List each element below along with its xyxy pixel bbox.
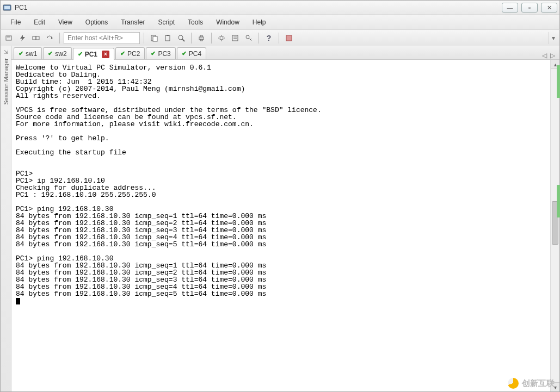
gear-icon[interactable]: [216, 32, 227, 44]
separator: [259, 33, 259, 43]
titlebar: PC1 — ▫ ✕: [0, 0, 560, 15]
menu-view[interactable]: View: [53, 17, 78, 28]
menu-help[interactable]: Help: [247, 17, 272, 28]
cursor: [16, 298, 20, 304]
properties-icon[interactable]: [229, 32, 241, 44]
help-icon[interactable]: ?: [263, 32, 275, 44]
tab-pc4[interactable]: ✔PC4: [177, 47, 206, 59]
find-icon[interactable]: [175, 32, 187, 44]
svg-line-31: [250, 39, 251, 40]
tab-label: PC4: [189, 50, 201, 58]
tabs-scroll-right[interactable]: ▷: [550, 52, 555, 59]
main-column: ✔sw1✔sw2✔PC1×✔PC2✔PC3✔PC4 ◁ ▷ Welcome to…: [11, 46, 559, 391]
svg-line-13: [182, 39, 184, 41]
svg-marker-7: [51, 37, 53, 39]
session-manager-label: Session Manager: [3, 58, 9, 105]
tabs-scroll-left[interactable]: ◁: [542, 52, 547, 59]
svg-rect-15: [200, 35, 202, 37]
reconnect-icon[interactable]: [30, 32, 42, 44]
check-icon: ✔: [182, 50, 187, 57]
key-icon[interactable]: [243, 32, 255, 44]
app-icon: [3, 3, 11, 12]
separator: [211, 33, 212, 43]
toolbar-overflow[interactable]: ▾: [549, 32, 557, 44]
terminal[interactable]: Welcome to Virtual PC Simulator, version…: [11, 60, 550, 391]
terminal-wrap: Welcome to Virtual PC Simulator, version…: [11, 60, 559, 391]
paste-icon[interactable]: [162, 32, 174, 44]
menu-window[interactable]: Window: [211, 17, 245, 28]
svg-line-23: [223, 40, 224, 40]
maximize-button[interactable]: ▫: [521, 3, 538, 13]
tab-label: sw2: [55, 50, 66, 58]
tab-label: sw1: [26, 50, 37, 58]
tab-label: PC1: [85, 51, 97, 58]
client-area: ⇲ Session Manager ✔sw1✔sw2✔PC1×✔PC2✔PC3✔…: [0, 46, 560, 392]
check-icon: ✔: [48, 50, 53, 57]
tab-label: PC2: [127, 50, 140, 58]
side-marker: [557, 65, 560, 98]
svg-marker-4: [20, 35, 25, 41]
tabs-nav: ◁ ▷: [542, 52, 557, 59]
disconnect-icon[interactable]: [44, 32, 56, 44]
tab-close-icon[interactable]: ×: [102, 51, 109, 58]
check-icon: ✔: [151, 50, 156, 57]
menu-file[interactable]: File: [5, 17, 26, 28]
svg-rect-5: [33, 36, 36, 40]
connect-icon[interactable]: [3, 32, 15, 44]
tab-pc3[interactable]: ✔PC3: [146, 47, 175, 59]
svg-rect-10: [165, 35, 170, 41]
close-window-button[interactable]: ✕: [541, 3, 557, 13]
svg-rect-1: [4, 6, 10, 9]
check-icon: ✔: [120, 50, 125, 57]
menu-transfer[interactable]: Transfer: [115, 17, 150, 28]
check-icon: ✔: [19, 50, 23, 57]
svg-rect-11: [167, 35, 169, 36]
svg-rect-2: [6, 36, 11, 40]
toolbar: ? ▾: [0, 29, 560, 46]
watermark-text: 创新互联: [522, 378, 555, 389]
menu-tools[interactable]: Tools: [182, 17, 208, 28]
svg-point-12: [179, 35, 183, 40]
separator: [144, 33, 144, 43]
tab-pc2[interactable]: ✔PC2: [115, 47, 145, 59]
extra-icon[interactable]: [283, 32, 295, 44]
copy-icon[interactable]: [148, 32, 160, 44]
separator: [279, 33, 279, 43]
tab-label: PC3: [158, 50, 170, 58]
vertical-scrollbar[interactable]: ▴ ▾: [550, 60, 559, 391]
print-icon[interactable]: [195, 32, 207, 44]
watermark: 创新互联: [508, 378, 555, 389]
side-marker: [557, 185, 560, 217]
menu-options[interactable]: Options: [80, 17, 113, 28]
tab-pc1[interactable]: ✔PC1×: [73, 48, 114, 60]
menu-script[interactable]: Script: [152, 17, 180, 28]
svg-line-22: [219, 36, 220, 36]
svg-point-17: [220, 36, 223, 40]
check-icon: ✔: [78, 51, 83, 58]
pin-icon: ⇲: [4, 49, 8, 55]
svg-rect-9: [153, 36, 157, 41]
tab-sw2[interactable]: ✔sw2: [43, 47, 71, 59]
svg-rect-26: [232, 35, 238, 41]
svg-line-25: [223, 36, 224, 36]
svg-rect-6: [36, 36, 39, 40]
svg-rect-32: [286, 35, 292, 41]
menubar: File Edit View Options Transfer Script T…: [0, 15, 560, 29]
watermark-logo-icon: [508, 378, 519, 389]
window-controls: — ▫ ✕: [502, 3, 557, 13]
session-manager-tab[interactable]: ⇲ Session Manager: [1, 46, 11, 391]
host-input[interactable]: [64, 32, 140, 44]
minimize-button[interactable]: —: [502, 3, 518, 13]
separator: [59, 33, 60, 43]
menu-edit[interactable]: Edit: [28, 17, 51, 28]
window-title: PC1: [15, 4, 502, 11]
tab-sw1[interactable]: ✔sw1: [14, 47, 42, 59]
tabs-bar: ✔sw1✔sw2✔PC1×✔PC2✔PC3✔PC4 ◁ ▷: [11, 46, 559, 60]
svg-line-24: [219, 40, 220, 40]
lightning-icon[interactable]: [16, 32, 28, 44]
separator: [191, 33, 192, 43]
svg-line-30: [249, 38, 251, 41]
